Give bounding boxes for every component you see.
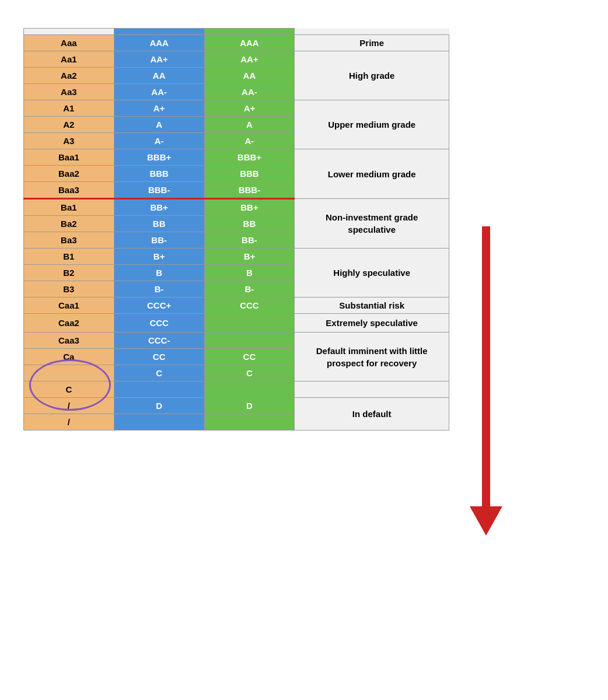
desc-cell: Substantial risk: [295, 298, 449, 314]
fitch-cell: A: [204, 117, 295, 133]
moodys-cell: Ca: [24, 349, 114, 365]
header-moodys: [24, 29, 114, 35]
header-sp: [114, 29, 204, 35]
sp-cell: [114, 382, 204, 398]
fitch-cell: AA-: [204, 84, 295, 100]
moodys-cell: Aa2: [24, 68, 114, 84]
moodys-cell: A1: [24, 100, 114, 117]
sp-cell: C: [114, 365, 204, 382]
fitch-cell: A+: [204, 100, 295, 117]
fitch-cell: [204, 414, 295, 430]
desc-cell: In default: [295, 398, 449, 430]
moodys-cell: Baa1: [24, 149, 114, 166]
sp-cell: BB: [114, 216, 204, 232]
desc-cell: [295, 382, 449, 398]
moodys-cell: Caa1: [24, 298, 114, 314]
moodys-cell: B1: [24, 249, 114, 265]
sp-cell: A-: [114, 133, 204, 149]
moodys-cell: Baa2: [24, 166, 114, 182]
fitch-cell: BBB-: [204, 182, 295, 199]
desc-cell: Default imminent with little prospect fo…: [295, 332, 449, 382]
fitch-cell: BBB+: [204, 149, 295, 166]
moodys-cell: B2: [24, 265, 114, 281]
fitch-cell: [204, 382, 295, 398]
moodys-cell: A2: [24, 117, 114, 133]
sp-cell: AA+: [114, 51, 204, 68]
moodys-cell: C: [24, 382, 114, 398]
sp-cell: A: [114, 117, 204, 133]
desc-cell: Highly speculative: [295, 249, 449, 298]
fitch-cell: AA: [204, 68, 295, 84]
fitch-cell: BB: [204, 216, 295, 232]
desc-cell: Upper medium grade: [295, 100, 449, 149]
desc-cell: Lower medium grade: [295, 149, 449, 199]
fitch-cell: BBB: [204, 166, 295, 182]
sp-cell: BBB-: [114, 182, 204, 199]
fitch-cell: CCC: [204, 298, 295, 314]
moodys-cell: B3: [24, 281, 114, 298]
sp-cell: CCC+: [114, 298, 204, 314]
junk-arrow: [470, 226, 502, 536]
sp-cell: D: [114, 398, 204, 414]
arrow-shaft: [482, 226, 490, 506]
moodys-cell: Caa3: [24, 332, 114, 349]
desc-cell: High grade: [295, 51, 449, 100]
moodys-cell: Baa3: [24, 182, 114, 199]
sp-cell: CCC: [114, 314, 204, 332]
fitch-cell: [204, 314, 295, 332]
fitch-cell: CC: [204, 349, 295, 365]
sp-cell: BB+: [114, 199, 204, 216]
moodys-cell: Ba3: [24, 232, 114, 249]
desc-cell: Prime: [295, 35, 449, 51]
moodys-cell: A3: [24, 133, 114, 149]
desc-cell: Extremely speculative: [295, 314, 449, 332]
sp-cell: AAA: [114, 35, 204, 51]
fitch-cell: B+: [204, 249, 295, 265]
sp-cell: AA: [114, 68, 204, 84]
fitch-cell: [204, 332, 295, 349]
rating-table: AaaAAAAAAPrimeAa1AA+AA+High gradeAa2AAAA…: [23, 28, 449, 430]
moodys-cell: Ba2: [24, 216, 114, 232]
desc-cell: Non-investment grade speculative: [295, 199, 449, 249]
sp-cell: A+: [114, 100, 204, 117]
sp-cell: B-: [114, 281, 204, 298]
moodys-cell: /: [24, 414, 114, 430]
moodys-cell: [24, 365, 114, 382]
moodys-cell: Aa3: [24, 84, 114, 100]
fitch-cell: BB-: [204, 232, 295, 249]
moodys-cell: Caa2: [24, 314, 114, 332]
sp-cell: CCC-: [114, 332, 204, 349]
header-desc: [295, 29, 449, 35]
sp-cell: AA-: [114, 84, 204, 100]
header-fitch: [204, 29, 295, 35]
sp-cell: BBB: [114, 166, 204, 182]
sp-cell: CC: [114, 349, 204, 365]
fitch-cell: B: [204, 265, 295, 281]
fitch-cell: A-: [204, 133, 295, 149]
rating-table-wrapper: AaaAAAAAAPrimeAa1AA+AA+High gradeAa2AAAA…: [23, 28, 449, 430]
arrow-head: [470, 506, 502, 536]
moodys-cell: Ba1: [24, 199, 114, 216]
sp-cell: B: [114, 265, 204, 281]
moodys-cell: Aa1: [24, 51, 114, 68]
junk-section: [460, 28, 512, 536]
fitch-cell: B-: [204, 281, 295, 298]
moodys-cell: /: [24, 398, 114, 414]
fitch-cell: C: [204, 365, 295, 382]
sp-cell: [114, 414, 204, 430]
fitch-cell: AAA: [204, 35, 295, 51]
fitch-cell: AA+: [204, 51, 295, 68]
fitch-cell: D: [204, 398, 295, 414]
sp-cell: BBB+: [114, 149, 204, 166]
fitch-cell: BB+: [204, 199, 295, 216]
sp-cell: B+: [114, 249, 204, 265]
moodys-cell: Aaa: [24, 35, 114, 51]
sp-cell: BB-: [114, 232, 204, 249]
